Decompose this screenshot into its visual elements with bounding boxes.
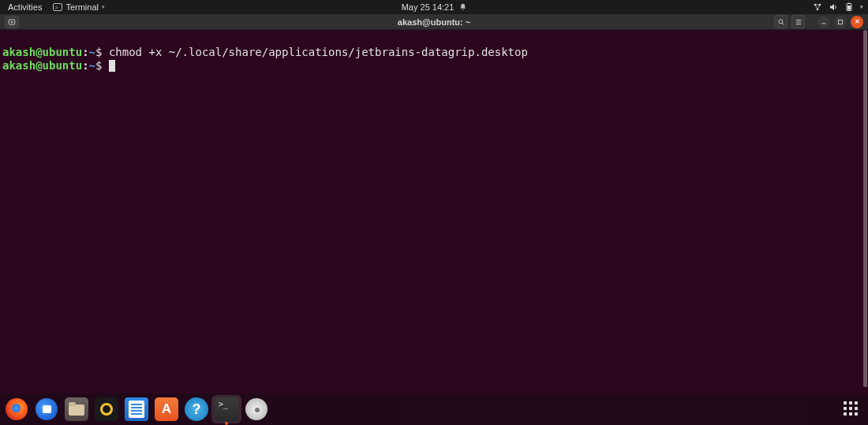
- close-button[interactable]: ✕: [851, 16, 863, 28]
- battery-icon: [844, 2, 854, 12]
- software-icon: A: [155, 397, 178, 421]
- maximize-button[interactable]: [834, 16, 847, 28]
- minimize-icon: [820, 18, 828, 26]
- gnome-topbar: Activities >_ Terminal ▾ May 25 14:21 ▾: [0, 0, 868, 14]
- dock-terminal[interactable]: [215, 397, 238, 421]
- new-tab-button[interactable]: [5, 16, 19, 28]
- prompt-path: ~: [89, 59, 95, 72]
- rhythmbox-icon: [95, 397, 118, 421]
- files-icon: [65, 397, 88, 421]
- disc-icon: [245, 398, 268, 420]
- prompt-path: ~: [89, 46, 95, 58]
- svg-rect-15: [839, 20, 843, 24]
- app-menu[interactable]: >_ Terminal ▾: [53, 2, 105, 12]
- search-icon: [777, 18, 785, 26]
- search-button[interactable]: [774, 15, 788, 28]
- thunderbird-icon: [36, 398, 58, 420]
- chevron-down-icon: ▾: [102, 4, 105, 10]
- dock-disc[interactable]: [245, 397, 268, 421]
- close-icon: ✕: [855, 18, 860, 25]
- activities-button[interactable]: Activities: [5, 2, 45, 12]
- svg-line-10: [782, 23, 784, 24]
- apps-grid-icon: [844, 401, 859, 417]
- volume-icon: [829, 2, 838, 12]
- minimize-button[interactable]: [817, 16, 830, 28]
- writer-icon: [125, 397, 148, 421]
- dock-thunderbird[interactable]: [35, 397, 58, 421]
- terminal-icon: [215, 397, 238, 421]
- show-applications-button[interactable]: [840, 397, 863, 421]
- prompt-user: akash@ubuntu: [2, 59, 82, 72]
- prompt-dollar: $: [95, 59, 109, 72]
- dock-rhythmbox[interactable]: [95, 397, 118, 421]
- prompt-user: akash@ubuntu: [2, 46, 82, 58]
- dock: A ?: [0, 393, 868, 425]
- clock-area[interactable]: May 25 14:21: [402, 2, 467, 12]
- dock-help[interactable]: ?: [185, 397, 208, 421]
- network-icon: [813, 2, 822, 12]
- terminal-viewport[interactable]: akash@ubuntu:~$ chmod +x ~/.local/share/…: [0, 30, 868, 425]
- hamburger-icon: [795, 18, 803, 26]
- dock-files[interactable]: [65, 397, 88, 421]
- help-icon: ?: [185, 397, 208, 421]
- firefox-icon: [6, 398, 28, 420]
- maximize-icon: [836, 18, 844, 26]
- command-text: chmod +x ~/.local/share/applications/jet…: [109, 46, 528, 58]
- text-cursor: [109, 60, 115, 72]
- dock-libreoffice-writer[interactable]: [125, 397, 148, 421]
- chevron-down-icon: ▾: [860, 4, 863, 10]
- terminal-header-bar: akash@ubuntu: ~ ✕: [0, 14, 868, 30]
- notification-icon: [458, 3, 466, 11]
- dock-firefox[interactable]: [5, 397, 28, 421]
- svg-point-9: [778, 19, 782, 23]
- svg-rect-4: [847, 6, 851, 10]
- hamburger-menu-button[interactable]: [791, 15, 805, 28]
- prompt-colon: :: [82, 59, 88, 72]
- dock-ubuntu-software[interactable]: A: [155, 397, 178, 421]
- app-menu-label: Terminal: [65, 2, 99, 12]
- new-tab-icon: [8, 18, 16, 26]
- terminal-mini-icon: >_: [53, 3, 62, 11]
- prompt-dollar: $: [95, 46, 109, 58]
- prompt-colon: :: [82, 46, 88, 58]
- window-title: akash@ubuntu: ~: [398, 17, 470, 27]
- datetime-label: May 25 14:21: [402, 2, 455, 12]
- svg-rect-5: [848, 3, 850, 4]
- system-status-area[interactable]: ▾: [813, 2, 863, 12]
- terminal-scrollbar[interactable]: [863, 30, 867, 387]
